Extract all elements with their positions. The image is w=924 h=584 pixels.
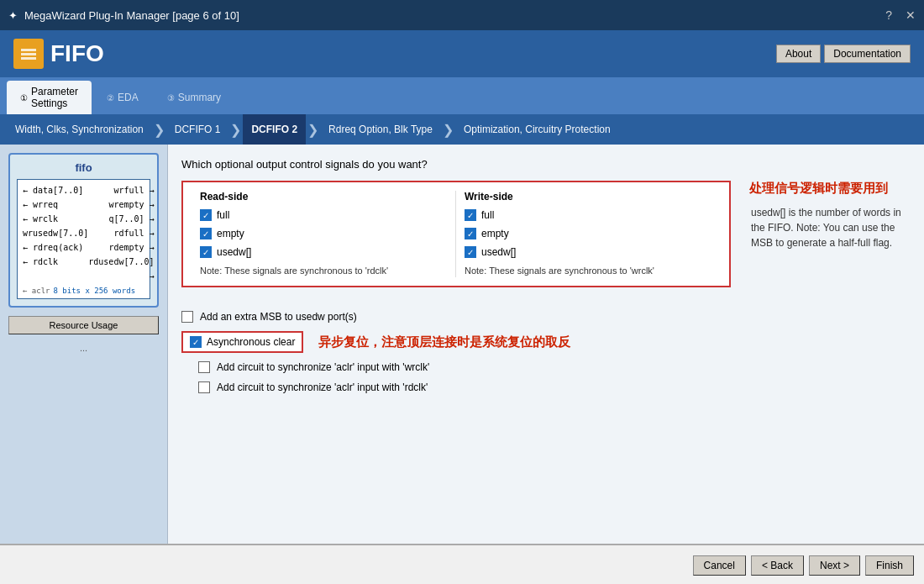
right-note-text: usedw[] is the number of words in the FI… <box>751 207 901 249</box>
fifo-box: ← data[7..0] ← wrreq ← wrclk wrusedw[7..… <box>17 179 150 299</box>
arrow-2: ❯ <box>230 122 241 138</box>
extra-msb-row: Add an extra MSB to usedw port(s) <box>181 311 911 323</box>
aclr-annotation: 异步复位，注意顶层连接时是系统复位的取反 <box>318 334 570 350</box>
write-empty-checkbox[interactable]: ✓ <box>465 228 476 239</box>
svg-rect-1 <box>21 49 36 51</box>
finish-button[interactable]: Finish <box>865 555 914 576</box>
annotations-area: 处理信号逻辑时需要用到 usedw[] is the number of wor… <box>741 181 911 250</box>
read-side-title: Read-side <box>200 191 447 203</box>
write-usedw-checkbox[interactable]: ✓ <box>465 246 476 258</box>
step-rdreq[interactable]: Rdreq Option, Blk Type <box>320 114 441 145</box>
header-title: FIFO <box>50 40 104 67</box>
documentation-button[interactable]: Documentation <box>824 45 911 63</box>
svg-rect-3 <box>21 57 36 60</box>
write-empty-item[interactable]: ✓ empty <box>465 228 712 239</box>
back-button[interactable]: < Back <box>751 555 804 576</box>
write-full-checkbox[interactable]: ✓ <box>465 209 476 221</box>
read-side-col: Read-side ✓ full ✓ empty ✓ usedw[] <box>192 191 456 277</box>
resource-usage-button[interactable]: Resource Usage <box>8 316 159 334</box>
sync-wrclk-checkbox[interactable] <box>198 361 210 373</box>
tab-parameter-settings[interactable]: ① ParameterSettings <box>7 81 92 114</box>
aclr-checkbox[interactable]: ✓ <box>190 336 202 348</box>
tab3-label: Summary <box>178 92 221 103</box>
fifo-diagram-title: fifo <box>17 161 150 174</box>
fifo-diagram: fifo ← data[7..0] ← wrreq ← wrclk wrused… <box>8 153 159 308</box>
extra-msb-label: Add an extra MSB to usedw port(s) <box>200 311 357 323</box>
tab3-number: ③ <box>167 93 175 103</box>
step-dcfifo1[interactable]: DCFIFO 1 <box>166 114 229 145</box>
header: FIFO About Documentation <box>0 30 924 77</box>
tab1-label: ParameterSettings <box>31 86 78 109</box>
read-full-checkbox[interactable]: ✓ <box>200 209 212 221</box>
right-note: usedw[] is the number of words in the FI… <box>751 205 911 250</box>
signals-container: Read-side ✓ full ✓ empty ✓ usedw[] <box>181 181 731 287</box>
step-width[interactable]: Width, Clks, Synchronization <box>7 114 152 145</box>
aclr-label: Asynchronous clear <box>207 336 295 348</box>
arrow-4: ❯ <box>443 122 454 138</box>
left-panel: fifo ← data[7..0] ← wrreq ← wrclk wrused… <box>0 145 168 544</box>
about-button[interactable]: About <box>776 45 821 63</box>
write-side-title: Write-side <box>465 191 712 203</box>
read-usedw-label: usedw[] <box>217 246 251 258</box>
annotation-red: 处理信号逻辑时需要用到 <box>749 181 911 197</box>
app-icon: ✦ <box>8 9 18 22</box>
write-usedw-label: usedw[] <box>481 246 516 258</box>
write-full-label: full <box>481 209 494 221</box>
write-usedw-item[interactable]: ✓ usedw[] <box>465 246 712 258</box>
svg-rect-2 <box>21 53 36 55</box>
section-question: Which optional output control signals do… <box>181 158 911 171</box>
tab-eda[interactable]: ② EDA <box>93 81 152 114</box>
sync-wrclk-label: Add circuit to synchronize 'aclr' input … <box>217 361 429 373</box>
window-title: MegaWizard Plug-In Manager [page 6 of 10… <box>24 9 239 22</box>
tab-summary[interactable]: ③ Summary <box>154 81 234 114</box>
cancel-button[interactable]: Cancel <box>693 555 746 576</box>
steps-bar: Width, Clks, Synchronization ❯ DCFIFO 1 … <box>0 114 924 145</box>
sync-rdclk-checkbox[interactable] <box>198 381 210 393</box>
write-empty-label: empty <box>481 228 509 239</box>
aclr-box: ✓ Asynchronous clear <box>181 331 303 353</box>
help-button[interactable]: ? <box>885 8 892 22</box>
main-content: fifo ← data[7..0] ← wrreq ← wrclk wrused… <box>0 145 924 544</box>
step-dcfifo2[interactable]: DCFIFO 2 <box>243 114 306 145</box>
read-note: Note: These signals are synchronous to '… <box>200 265 447 277</box>
write-side-col: Write-side ✓ full ✓ empty ✓ usedw[] <box>456 191 721 277</box>
titlebar-title: ✦ MegaWizard Plug-In Manager [page 6 of … <box>8 9 239 22</box>
titlebar-controls[interactable]: ? ✕ <box>885 8 916 22</box>
fifo-logo-icon <box>13 39 44 69</box>
sync-rdclk-label: Add circuit to synchronize 'aclr' input … <box>217 381 428 393</box>
read-full-label: full <box>217 209 229 221</box>
titlebar: ✦ MegaWizard Plug-In Manager [page 6 of … <box>0 0 924 30</box>
close-button[interactable]: ✕ <box>906 8 916 22</box>
step-optimization[interactable]: Optimization, Circuitry Protection <box>455 114 619 145</box>
arrow-3: ❯ <box>307 122 318 138</box>
write-full-item[interactable]: ✓ full <box>465 209 712 221</box>
extra-msb-checkbox[interactable] <box>181 311 193 323</box>
sync-wrclk-row: Add circuit to synchronize 'aclr' input … <box>198 361 911 373</box>
next-button[interactable]: Next > <box>809 555 860 576</box>
tab2-label: EDA <box>118 92 139 103</box>
header-buttons: About Documentation <box>776 45 911 63</box>
resource-dots: ... <box>8 343 159 353</box>
arrow-1: ❯ <box>154 122 165 138</box>
tabs-bar: ① ParameterSettings ② EDA ③ Summary <box>0 77 924 114</box>
read-full-item[interactable]: ✓ full <box>200 209 447 221</box>
read-usedw-item[interactable]: ✓ usedw[] <box>200 246 447 258</box>
aclr-row: ✓ Asynchronous clear 异步复位，注意顶层连接时是系统复位的取… <box>181 331 911 353</box>
tab1-number: ① <box>20 93 28 103</box>
bottom-bar: Cancel < Back Next > Finish <box>0 545 924 584</box>
write-note: Note: These signals are synchronous to '… <box>465 265 712 277</box>
read-usedw-checkbox[interactable]: ✓ <box>200 246 212 258</box>
read-empty-label: empty <box>217 228 244 239</box>
right-panel: Which optional output control signals do… <box>168 145 924 544</box>
signals-grid: Read-side ✓ full ✓ empty ✓ usedw[] <box>192 191 721 277</box>
sync-rdclk-row: Add circuit to synchronize 'aclr' input … <box>198 381 911 393</box>
logo-area: FIFO <box>13 39 104 69</box>
tab2-number: ② <box>107 93 114 103</box>
read-empty-item[interactable]: ✓ empty <box>200 228 447 239</box>
read-empty-checkbox[interactable]: ✓ <box>200 228 212 239</box>
